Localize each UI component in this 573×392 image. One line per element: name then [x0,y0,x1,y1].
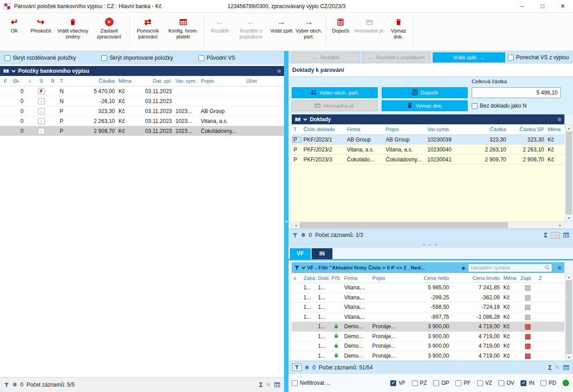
checkbox[interactable] [199,55,204,61]
column-header[interactable]: Dat. spl. [136,78,174,84]
scrollbar-thumb[interactable] [300,222,508,228]
scroll-down-arrow[interactable]: ▼ [568,354,571,360]
scrollbar-thumb[interactable] [566,132,572,214]
filter-pz-checkbox[interactable]: PZ [412,380,427,386]
column-header[interactable]: Účet [244,78,268,84]
tab-vf[interactable]: VF [290,248,311,259]
filter-pf-checkbox[interactable]: PF [455,380,470,386]
column-header[interactable]: Sk. [11,78,25,84]
column-header[interactable]: S [34,78,48,84]
toolbar-ok-button[interactable]: ↵ OK [3,15,26,34]
checkbox[interactable] [540,380,546,386]
toolbar-preskocit-button[interactable]: ↪ Přeskočit [26,15,55,34]
column-header[interactable]: Cena brutto [451,275,502,281]
column-header[interactable]: Popis [370,275,404,281]
vymaz-dok-button[interactable]: Výmaz dok. [382,100,468,111]
table-view-icon[interactable] [563,232,569,238]
toolbar-konfig-hrom-plateb-button[interactable]: Konfig. hrom. plateb [164,15,202,40]
toolbar-zastavit-zpracovani-button[interactable]: ✕ Zastavit zpracování [90,15,128,40]
close-button[interactable]: ✕ [553,0,573,12]
checkbox[interactable] [412,380,418,386]
column-header[interactable]: Firma [342,275,370,281]
column-header[interactable]: R [48,78,58,84]
toolbar-vymaz-dok-button[interactable]: Výmaz dok. [386,15,411,40]
column-header[interactable]: Částka [468,127,508,132]
filter-funnel-icon[interactable] [292,232,298,238]
table-row[interactable]: 1... 1... Vitana,... -598,50 -724,19 Kč [292,302,564,312]
original-vs-checkbox[interactable]: Původní VS [199,55,235,61]
table-row[interactable]: 0 P 323,30 Kč 03.11.2023 1023... AB Grou… [0,106,284,116]
run-filter-icon[interactable]: ▶ [462,265,466,270]
edit-pencil-icon[interactable]: ✎ [555,364,560,371]
checkbox[interactable] [5,55,10,61]
column-header[interactable]: P/S [330,275,342,281]
scroll-down-arrow[interactable]: ▼ [568,215,571,221]
checkbox[interactable] [101,55,107,61]
table-row[interactable]: P PKF/2023/1 AB Group AB Group 10230039 … [292,135,564,145]
column-header[interactable]: Zaká: [302,275,316,281]
total-amount-input[interactable]: 5 496,10 [472,87,561,98]
hide-imported-items-checkbox[interactable]: Skrýt importované položky [101,55,173,61]
sum-icon[interactable]: Σ [259,381,263,388]
column-header[interactable]: Částka [70,78,117,84]
table-row[interactable]: 1... Demo... Pronáje... 3 900,00 4 719,0… [292,322,564,332]
column-header[interactable]: Z [537,275,547,281]
column-header[interactable]: Zapl. [519,275,537,281]
filter-op-checkbox[interactable]: OP [433,380,449,386]
filter-vf-checkbox[interactable]: VF [390,380,405,386]
checkbox[interactable] [477,380,483,386]
vertical-splitter[interactable]: ◂▸ [284,51,289,392]
inactive-button[interactable] [551,232,560,239]
hide-split-items-checkbox[interactable]: Skrýt rozdělované položky [5,55,76,61]
filter-funnel-icon[interactable] [294,265,300,271]
scrollbar-thumb[interactable] [566,280,572,354]
table-row[interactable]: 1... 1... Vitana,... 5 985,00 7 241,85 K… [292,283,564,293]
hamburger-menu-icon[interactable]: ≡ [558,116,561,123]
filter-ov-checkbox[interactable]: OV [498,380,514,386]
table-row[interactable]: 1... 1... Vitana,... -897,75 -1 086,28 K… [292,312,564,322]
toolbar-vyber-obch-part-button[interactable]: → Vyber obch. part. [294,15,324,40]
edit-pencil-icon[interactable]: ✎ [266,382,271,388]
minimize-button[interactable]: – [512,0,532,12]
column-header[interactable]: T [292,127,302,132]
filter-funnel-icon[interactable] [4,382,9,388]
column-header[interactable]: Měna [117,78,136,84]
filter-in-checkbox[interactable]: IN [521,380,534,386]
variable-symbol-search[interactable] [468,264,552,272]
column-header[interactable]: Cena netto [404,275,451,281]
filter-pd-checkbox[interactable]: PD [540,380,556,386]
checkbox[interactable] [455,380,461,386]
hamburger-menu-icon[interactable]: ≡ [554,262,564,273]
toolbar-rozdelit-button[interactable]: ← Rozdělit [206,15,233,34]
scroll-up-arrow[interactable]: ▲ [568,274,571,280]
snowflake-icon[interactable]: ❄ [305,364,309,371]
vyber-obch-part-button[interactable]: Vyber obch. part. [292,87,378,98]
snowflake-icon[interactable]: ❄ [301,232,306,238]
vratit-zpet-button[interactable]: Vrátit zpět → [433,52,505,62]
toolbar-vratit-vsechny-zmeny-button[interactable]: Vrátit všechny změny [55,15,90,40]
column-header[interactable]: s [292,275,302,281]
column-header[interactable]: T [58,78,70,84]
filter-vz-checkbox[interactable]: VZ [477,380,492,386]
chevron-down-icon[interactable] [302,265,305,269]
ponechat-vs-checkbox[interactable]: Ponechat VS z výpisu [508,54,569,61]
scroll-left-arrow[interactable]: ◄ [292,222,299,228]
sum-icon[interactable]: Σ [548,364,552,371]
toolbar-rozdelit-s-poplatkem-button[interactable]: ← Rozdělit s poplatkem [233,15,269,40]
rozdelit-button[interactable]: ← Rozdělit [292,52,360,62]
title-bar[interactable]: Párování položek bankovního výpisu : CZ … [0,0,573,13]
table-row[interactable]: 0 N -26,10 Kč 03.11.2023 [0,96,284,106]
column-header[interactable]: Firma [345,127,384,132]
horizontal-splitter[interactable]: ● ● ● [289,241,573,248]
column-header[interactable]: Měna [546,127,562,132]
checkbox[interactable] [292,380,298,386]
variable-symbol-search-input[interactable] [470,265,545,270]
table-row[interactable]: P PKF/2023/2 Vitana, a.s. Vitana, a.s. 1… [292,145,564,155]
table-row[interactable]: P PKF/2023/3 Čokoládo... Čokoládovny... … [292,155,564,165]
checkbox[interactable] [508,55,514,61]
horizontal-scrollbar[interactable]: ◄ ► [292,222,564,229]
column-header[interactable]: Dokl: [316,275,330,281]
toolbar-vratit-zpet-button[interactable]: → Vrátit zpět [269,15,294,34]
sum-icon[interactable]: Σ [544,231,548,239]
table-row[interactable]: 1... Demo... Pronáje... 3 900,00 4 719,0… [292,351,564,361]
